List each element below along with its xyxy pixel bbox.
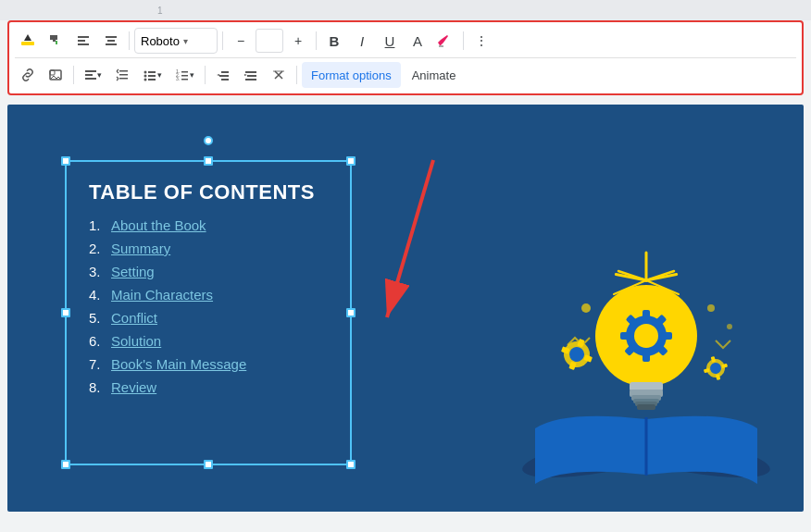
- toc-list-item: 2.Summary: [89, 241, 337, 256]
- numbered-chevron-icon: ▾: [190, 70, 194, 80]
- svg-rect-28: [221, 71, 229, 73]
- align-center-button[interactable]: [98, 28, 124, 54]
- handle-rotate[interactable]: [204, 136, 213, 145]
- toc-link[interactable]: Book's Main Message: [111, 356, 246, 372]
- text-align-button[interactable]: ▾: [79, 62, 107, 88]
- indent-less-button[interactable]: [210, 62, 236, 88]
- toc-num: 3.: [89, 264, 111, 279]
- toc-num: 8.: [89, 379, 111, 395]
- highlight-color-button[interactable]: [15, 28, 41, 54]
- font-size-decrease-button[interactable]: −: [228, 28, 254, 54]
- toc-num: 4.: [89, 287, 111, 303]
- separator-3: [316, 31, 317, 50]
- svg-rect-12: [85, 78, 96, 80]
- svg-rect-2: [78, 40, 85, 42]
- handle-top-right[interactable]: [346, 156, 356, 166]
- separator-4: [463, 31, 464, 50]
- ruler: 1: [0, 0, 811, 20]
- svg-point-16: [144, 71, 147, 74]
- italic-button[interactable]: I: [349, 28, 375, 54]
- format-options-button[interactable]: Format options: [302, 62, 401, 88]
- toc-num: 5.: [89, 310, 111, 326]
- toc-link[interactable]: Main Characters: [111, 287, 213, 303]
- insert-image-button[interactable]: [43, 62, 69, 88]
- animate-button[interactable]: Animate: [403, 62, 466, 88]
- handle-top-left[interactable]: [61, 156, 70, 166]
- svg-rect-21: [148, 79, 156, 80]
- handle-bottom-right[interactable]: [346, 460, 356, 469]
- font-name: Roboto: [141, 34, 180, 48]
- separator-1: [129, 31, 130, 50]
- toc-link[interactable]: About the Book: [111, 217, 206, 233]
- toc-num: 6.: [89, 333, 111, 349]
- handle-bottom-middle[interactable]: [204, 460, 213, 469]
- svg-rect-51: [620, 332, 631, 340]
- svg-rect-31: [245, 71, 256, 73]
- align-left-button[interactable]: [70, 28, 96, 54]
- toc-num: 2.: [89, 241, 111, 256]
- line-spacing-button[interactable]: [109, 62, 135, 88]
- toc-link[interactable]: Review: [111, 379, 156, 395]
- svg-point-18: [144, 79, 147, 81]
- toc-list: 1.About the Book2.Summary3.Setting4.Main…: [89, 217, 337, 395]
- numbered-list-button[interactable]: 1.2.3. ▾: [169, 62, 200, 88]
- toc-title: TABLE OF CONTENTS: [89, 180, 337, 204]
- svg-rect-13: [119, 70, 128, 72]
- svg-rect-63: [637, 404, 655, 410]
- toc-link[interactable]: Solution: [111, 333, 161, 349]
- insert-link-button[interactable]: [15, 62, 41, 88]
- clear-formatting-button[interactable]: [266, 62, 292, 88]
- align-chevron-icon: ▾: [97, 70, 102, 80]
- font-size-increase-button[interactable]: +: [285, 28, 311, 54]
- highlight-button-2[interactable]: [432, 28, 458, 54]
- toolbar: Roboto ▾ − + B I U A ⋮ ▾: [7, 20, 804, 95]
- toc-list-item: 8.Review: [89, 379, 337, 395]
- underline-button[interactable]: U: [377, 28, 403, 54]
- svg-rect-19: [148, 71, 156, 73]
- toc-link[interactable]: Setting: [111, 264, 155, 279]
- handle-bottom-left[interactable]: [61, 460, 70, 469]
- handle-top-middle[interactable]: [204, 156, 213, 166]
- indent-more-button[interactable]: [238, 62, 264, 88]
- toc-list-item: 6.Solution: [89, 333, 337, 349]
- svg-rect-27: [181, 79, 188, 80]
- toolbar-row-2: ▾ ▾ 1.2.3. ▾ Format options Animate: [15, 60, 796, 90]
- svg-rect-1: [78, 36, 89, 38]
- svg-rect-20: [148, 75, 156, 77]
- toc-link[interactable]: Summary: [111, 241, 170, 256]
- svg-point-57: [634, 324, 658, 348]
- toc-list-item: 1.About the Book: [89, 217, 337, 233]
- text-color-button[interactable]: A: [405, 28, 430, 54]
- toc-link[interactable]: Conflict: [111, 310, 157, 326]
- svg-rect-0: [21, 42, 34, 45]
- paint-format-button[interactable]: [43, 28, 69, 54]
- svg-rect-3: [78, 43, 89, 45]
- toc-list-item: 5.Conflict: [89, 310, 337, 326]
- svg-point-78: [727, 324, 732, 329]
- toc-list-item: 3.Setting: [89, 264, 337, 279]
- handle-middle-left[interactable]: [61, 308, 70, 317]
- svg-rect-15: [119, 78, 128, 80]
- svg-rect-34: [273, 70, 284, 72]
- svg-point-76: [581, 303, 591, 313]
- svg-rect-25: [181, 71, 188, 73]
- svg-rect-5: [107, 40, 115, 42]
- toc-list-item: 4.Main Characters: [89, 287, 337, 303]
- bullet-chevron-icon: ▾: [157, 70, 162, 80]
- more-options-button[interactable]: ⋮: [468, 28, 494, 54]
- separator-5: [73, 66, 74, 84]
- separator-2: [222, 31, 223, 50]
- bold-button[interactable]: B: [321, 28, 347, 54]
- svg-rect-30: [221, 79, 229, 80]
- svg-point-77: [707, 304, 715, 312]
- separator-7: [296, 66, 297, 84]
- bullet-list-button[interactable]: ▾: [137, 62, 168, 88]
- font-selector[interactable]: Roboto ▾: [134, 28, 218, 54]
- svg-rect-10: [85, 70, 96, 72]
- svg-rect-49: [643, 310, 650, 321]
- svg-rect-4: [106, 36, 117, 38]
- font-size-box[interactable]: [256, 29, 283, 53]
- svg-rect-32: [247, 75, 256, 77]
- svg-rect-11: [85, 74, 93, 76]
- canvas-area: TABLE OF CONTENTS 1.About the Book2.Summ…: [7, 105, 804, 512]
